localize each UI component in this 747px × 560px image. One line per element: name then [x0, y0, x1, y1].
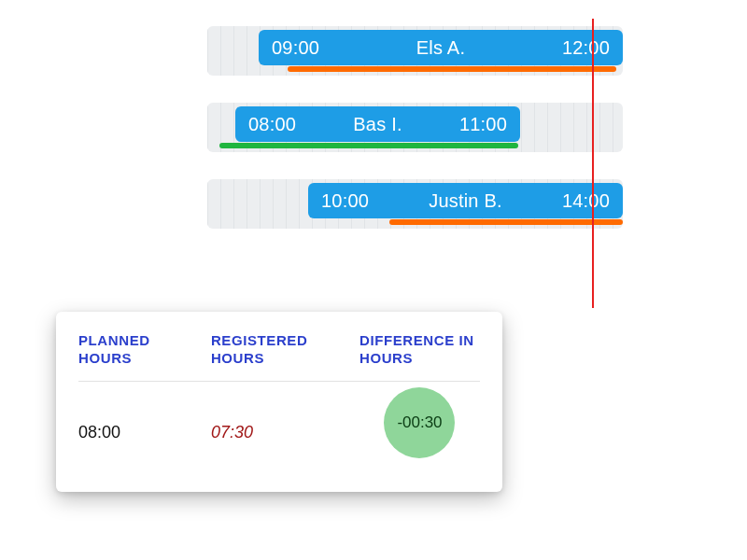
hours-summary-card: PLANNEDHOURS REGISTEREDHOURS DIFFERENCE … — [56, 312, 502, 492]
planned-hours-header: PLANNEDHOURS — [78, 332, 211, 370]
registered-hours-value: 07:30 — [211, 423, 359, 442]
shift-end-time: 14:00 — [562, 190, 610, 212]
shift-start-time: 08:00 — [248, 114, 296, 135]
timeline-row: 10:00 Justin B. 14:00 — [207, 179, 623, 229]
shift-bar[interactable]: 09:00 Els A. 12:00 — [259, 30, 623, 65]
shift-start-time: 10:00 — [321, 190, 369, 212]
schedule-timeline: 09:00 Els A. 12:00 08:00 Bas I. 11:00 10… — [207, 26, 730, 256]
shift-start-time: 09:00 — [272, 37, 319, 59]
actual-time-bar — [219, 143, 518, 148]
shift-bar[interactable]: 08:00 Bas I. 11:00 — [235, 106, 520, 142]
shift-end-time: 11:00 — [459, 114, 507, 135]
timeline-row: 08:00 Bas I. 11:00 — [207, 103, 623, 152]
difference-badge: -00:30 — [384, 387, 455, 458]
shift-bar[interactable]: 10:00 Justin B. 14:00 — [308, 183, 623, 218]
current-time-line — [592, 19, 594, 308]
shift-employee-name: Justin B. — [429, 190, 502, 212]
shift-employee-name: Bas I. — [353, 114, 402, 135]
shift-employee-name: Els A. — [416, 37, 465, 59]
difference-hours-header: DIFFERENCE INHOURS — [359, 332, 480, 370]
actual-time-bar — [288, 66, 616, 72]
planned-hours-value: 08:00 — [78, 423, 211, 442]
shift-end-time: 12:00 — [562, 37, 610, 59]
difference-value: -00:30 — [397, 413, 442, 432]
actual-time-bar — [389, 219, 623, 225]
registered-hours-header: REGISTEREDHOURS — [211, 332, 359, 370]
timeline-row: 09:00 Els A. 12:00 — [207, 26, 623, 76]
divider — [78, 381, 480, 382]
